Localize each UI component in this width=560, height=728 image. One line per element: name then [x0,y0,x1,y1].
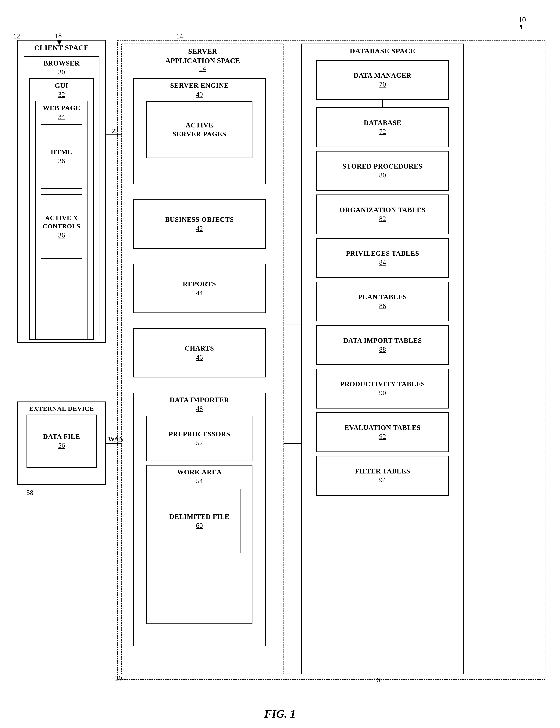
wan-label: WAN [108,435,124,443]
preprocessors-ref: 52 [196,439,203,447]
evaluation-tables-ref: 92 [379,433,386,441]
ref-58: 58 [27,489,33,497]
evaluation-tables-label: EVALUATION TABLES [344,424,420,432]
data-import-tables-label: DATA IMPORT TABLES [343,337,422,345]
organization-tables-box: ORGANIZATION TABLES 82 [316,194,449,234]
connector-server-db-importer [284,443,301,444]
database-label: DATABASE [364,119,401,127]
preprocessors-label: PREPROCESSORS [169,430,230,438]
data-manager-ref: 70 [379,80,386,88]
preprocessors-box: PREPROCESSORS 52 [146,416,252,461]
charts-label: CHARTS [185,344,214,352]
stored-procedures-label: STORED PROCEDURES [343,162,422,170]
ref-14: 14 [176,32,183,40]
database-space-label: DATABASE SPACE [350,47,416,55]
plan-tables-label: PLAN TABLES [358,293,407,301]
server-app-label: SERVERAPPLICATION SPACE [122,47,284,66]
ref-16: 16 [373,676,380,684]
ref-18: 18 [55,32,62,45]
work-area-box: WORK AREA 54 DELIMITED FILE 60 [146,465,252,624]
gui-box: GUI 32 WEB PAGE 34 HTML 36 ACTIVE XCONTR… [29,78,94,340]
privileges-tables-label: PRIVILEGES TABLES [346,249,419,258]
gui-ref: 32 [58,91,65,98]
stored-procedures-box: STORED PROCEDURES 80 [316,151,449,191]
active-server-pages-box: ACTIVESERVER PAGES [146,101,252,158]
delimited-file-label: DELIMITED FILE [169,513,229,521]
data-importer-label: DATA IMPORTER [170,396,229,404]
data-manager-box: DATA MANAGER 70 [316,60,449,100]
connector-server-db-charts [284,324,301,324]
business-objects-label: BUSINESS OBJECTS [165,216,234,224]
filter-tables-ref: 94 [379,476,386,484]
data-manager-label: DATA MANAGER [354,71,412,80]
diagram: 10 CLIENT SPACE BROWSER 30 GUI 32 WEB PA… [11,15,549,709]
activex-label: ACTIVE XCONTROLS [43,214,80,230]
reports-label: REPORTS [183,280,216,288]
connector-dm-db [382,100,383,107]
data-import-tables-box: DATA IMPORT TABLES 88 [316,325,449,365]
webpage-ref: 34 [58,113,65,121]
data-import-tables-ref: 88 [379,345,386,353]
browser-label: BROWSER [43,59,80,67]
filter-tables-box: FILTER TABLES 94 [316,456,449,496]
data-file-box: DATA FILE 56 [27,415,97,468]
server-engine-box: SERVER ENGINE 40 ACTIVESERVER PAGES [133,78,266,184]
activex-ref: 36 [58,231,65,239]
work-area-label: WORK AREA [177,468,222,476]
server-app-ref: 14 [122,65,284,73]
privileges-tables-box: PRIVILEGES TABLES 84 [316,238,449,278]
webpage-box: WEB PAGE 34 HTML 36 ACTIVE XCONTROLS 36 [35,101,88,339]
figure-caption: FIG. 1 [0,707,560,720]
productivity-tables-box: PRODUCTIVITY TABLES 90 [316,369,449,409]
external-device-label: EXTERNAL DEVICE [29,405,94,413]
browser-ref: 30 [58,68,65,76]
filter-tables-label: FILTER TABLES [355,467,410,475]
data-importer-box: DATA IMPORTER 48 PREPROCESSORS 52 WORK A… [133,393,266,646]
database-box: DATABASE 72 [316,107,449,147]
delimited-file-box: DELIMITED FILE 60 [158,489,241,553]
database-space-box: DATABASE SPACE DATA MANAGER 70 DATABASE … [301,44,464,674]
active-server-pages-label: ACTIVESERVER PAGES [173,121,226,139]
organization-tables-ref: 82 [379,215,386,223]
delimited-file-ref: 60 [196,522,203,530]
client-space-box: CLIENT SPACE BROWSER 30 GUI 32 WEB PAGE … [17,40,106,343]
server-engine-ref: 40 [196,90,203,98]
server-app-box: SERVERAPPLICATION SPACE 14 SERVER ENGINE… [121,44,284,674]
html-label: HTML [51,148,72,156]
productivity-tables-ref: 90 [379,389,386,397]
database-ref: 72 [379,128,386,136]
productivity-tables-label: PRODUCTIVITY TABLES [340,380,425,388]
connector-wan [106,443,122,444]
data-file-ref: 56 [58,441,65,449]
ref-20: 20 [115,674,122,682]
business-objects-box: BUSINESS OBJECTS 42 [133,199,266,249]
reports-ref: 44 [196,289,203,297]
organization-tables-label: ORGANIZATION TABLES [340,206,426,214]
ref-12: 12 [13,32,20,40]
charts-box: CHARTS 46 [133,328,266,377]
plan-tables-box: PLAN TABLES 86 [316,282,449,321]
evaluation-tables-box: EVALUATION TABLES 92 [316,412,449,452]
data-file-label: DATA FILE [43,433,80,441]
gui-label: GUI [55,82,68,90]
ref-10: 10 [518,15,526,30]
stored-procedures-ref: 80 [379,171,386,179]
plan-tables-ref: 86 [379,302,386,310]
reports-box: REPORTS 44 [133,264,266,313]
charts-ref: 46 [196,353,203,361]
webpage-label: WEB PAGE [43,104,80,112]
html-box: HTML 36 [41,124,82,189]
browser-box: BROWSER 30 GUI 32 WEB PAGE 34 HTML 36 [24,56,99,336]
external-device-box: EXTERNAL DEVICE DATA FILE 56 [17,401,106,485]
activex-box: ACTIVE XCONTROLS 36 [41,194,82,259]
work-area-ref: 54 [196,477,203,485]
privileges-tables-ref: 84 [379,258,386,266]
ref-22: 22 [112,127,119,135]
business-objects-ref: 42 [196,225,203,233]
server-engine-label: SERVER ENGINE [170,81,229,90]
html-ref: 36 [58,157,65,165]
data-importer-ref: 48 [196,405,203,413]
